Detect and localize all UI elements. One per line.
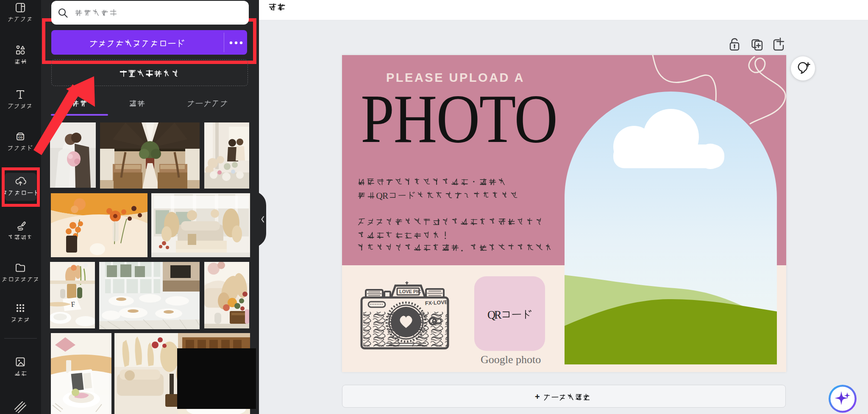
svg-text:LOVE PIC: LOVE PIC (399, 289, 421, 294)
svg-text:R: R (494, 308, 502, 321)
svg-text:Q: Q (376, 191, 383, 201)
svg-text:co: co (18, 135, 23, 139)
svg-text:R: R (382, 191, 389, 201)
svg-text:F: F (71, 300, 75, 308)
svg-text:FX·LOVE: FX·LOVE (425, 299, 448, 306)
